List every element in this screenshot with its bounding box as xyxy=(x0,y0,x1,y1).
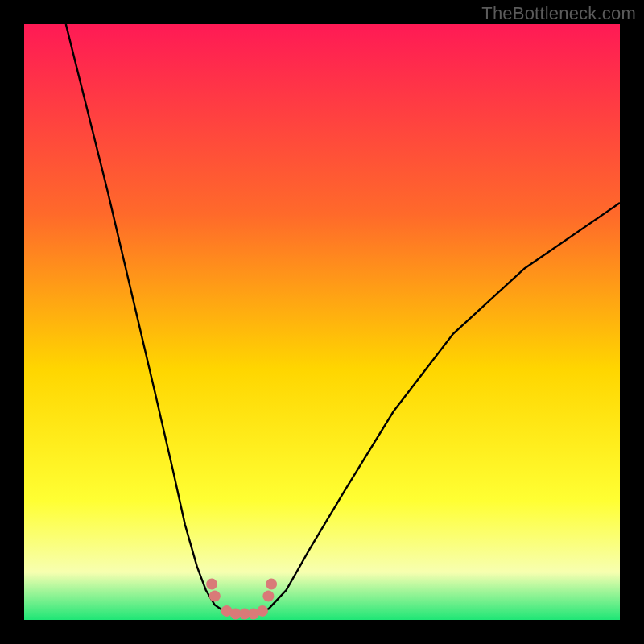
valley-marker-dot xyxy=(209,590,221,601)
valley-marker-dot xyxy=(262,590,274,601)
curve-left-branch xyxy=(66,24,224,611)
plot-area xyxy=(24,24,620,620)
valley-marker-dot xyxy=(206,579,217,590)
valley-marker-dot xyxy=(257,605,268,617)
curve-layer xyxy=(24,24,620,620)
valley-marker-dot xyxy=(266,579,277,590)
chart-frame: TheBottleneck.com xyxy=(0,0,644,644)
watermark-text: TheBottleneck.com xyxy=(481,3,636,24)
valley-markers xyxy=(206,579,277,620)
curve-right-branch xyxy=(268,203,620,609)
